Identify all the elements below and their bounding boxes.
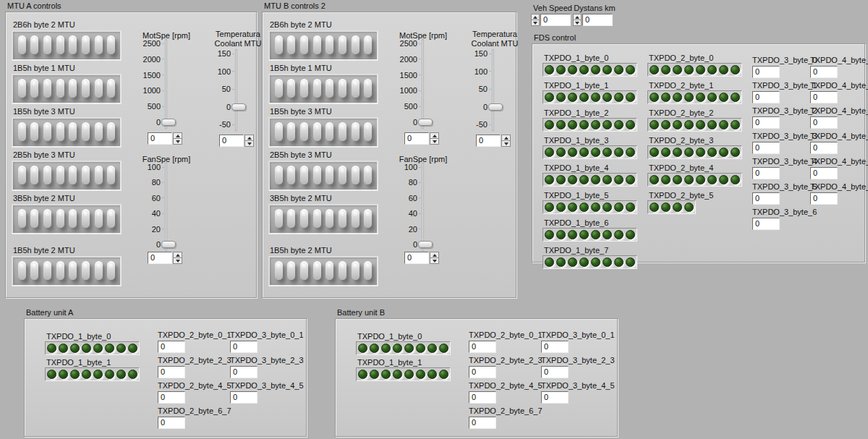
numeric-input[interactable]: 0 <box>469 366 496 378</box>
toggle-switch[interactable] <box>339 166 346 184</box>
slider-track[interactable] <box>422 39 424 129</box>
toggle-switch[interactable] <box>313 261 321 280</box>
toggle-switch[interactable] <box>69 261 77 280</box>
numeric-input[interactable]: 0 <box>469 417 496 429</box>
toggle-switch[interactable] <box>95 166 103 184</box>
toggle-switch[interactable] <box>56 79 64 98</box>
numeric-input[interactable]: 0 <box>404 252 429 264</box>
toggle-switch[interactable] <box>69 35 77 54</box>
toggle-switch[interactable] <box>364 79 372 98</box>
toggle-switch[interactable] <box>30 166 38 184</box>
numeric-input[interactable]: 0 <box>752 91 780 103</box>
numeric-input[interactable]: 0 <box>752 142 780 154</box>
slider-track[interactable] <box>165 39 167 129</box>
numeric-input[interactable]: 0 <box>476 135 501 147</box>
numeric-input[interactable]: 0 <box>219 135 244 147</box>
numeric-input[interactable]: 0 <box>158 366 185 378</box>
toggle-switch[interactable] <box>107 166 115 184</box>
toggle-switch[interactable] <box>352 261 359 280</box>
spinner-down-button[interactable] <box>573 20 582 26</box>
numeric-input[interactable]: 0 <box>158 341 185 353</box>
toggle-switch[interactable] <box>275 166 283 184</box>
numeric-input[interactable]: 0 <box>810 192 838 205</box>
toggle-switch[interactable] <box>326 122 333 141</box>
numeric-input[interactable]: 0 <box>230 366 258 378</box>
toggle-switch[interactable] <box>95 261 103 280</box>
toggle-switch[interactable] <box>43 79 51 98</box>
slider-knob[interactable] <box>231 103 246 111</box>
numeric-input[interactable]: 0 <box>582 14 613 26</box>
toggle-switch[interactable] <box>69 122 77 141</box>
toggle-switch[interactable] <box>313 122 321 141</box>
toggle-switch[interactable] <box>300 79 308 98</box>
spinner-down-button[interactable] <box>173 257 182 264</box>
toggle-switch[interactable] <box>18 79 26 98</box>
toggle-switch[interactable] <box>30 35 38 54</box>
toggle-switch[interactable] <box>43 209 51 228</box>
toggle-switch[interactable] <box>287 209 295 228</box>
spinner-down-button[interactable] <box>501 140 511 147</box>
toggle-switch[interactable] <box>82 35 90 54</box>
toggle-switch[interactable] <box>18 261 26 280</box>
toggle-switch[interactable] <box>18 122 26 141</box>
toggle-switch[interactable] <box>339 79 346 98</box>
slider-track[interactable] <box>235 49 237 131</box>
toggle-switch[interactable] <box>313 35 321 54</box>
spinner-down-button[interactable] <box>531 20 540 26</box>
toggle-switch[interactable] <box>95 122 103 141</box>
toggle-switch[interactable] <box>300 166 308 184</box>
toggle-switch[interactable] <box>352 35 359 54</box>
numeric-input[interactable]: 0 <box>541 366 569 378</box>
numeric-input[interactable]: 0 <box>469 391 496 404</box>
toggle-switch[interactable] <box>364 122 372 141</box>
toggle-switch[interactable] <box>69 209 77 228</box>
toggle-switch[interactable] <box>275 35 283 54</box>
toggle-switch[interactable] <box>82 261 90 280</box>
slider-knob[interactable] <box>161 241 176 248</box>
toggle-switch[interactable] <box>287 261 295 280</box>
numeric-input[interactable]: 0 <box>230 341 258 353</box>
toggle-switch[interactable] <box>43 122 51 141</box>
numeric-input[interactable]: 0 <box>752 167 780 179</box>
toggle-switch[interactable] <box>300 209 308 228</box>
toggle-switch[interactable] <box>339 261 346 280</box>
toggle-switch[interactable] <box>18 209 26 228</box>
numeric-input[interactable]: 0 <box>541 391 569 404</box>
toggle-switch[interactable] <box>287 166 295 184</box>
slider-knob[interactable] <box>418 241 433 248</box>
toggle-switch[interactable] <box>287 35 295 54</box>
numeric-input[interactable]: 0 <box>148 252 172 264</box>
slider-knob[interactable] <box>161 119 176 126</box>
numeric-input[interactable]: 0 <box>752 66 780 78</box>
toggle-switch[interactable] <box>313 209 321 228</box>
numeric-input[interactable]: 0 <box>752 218 780 230</box>
spinner-down-button[interactable] <box>244 140 254 147</box>
toggle-switch[interactable] <box>339 209 346 228</box>
toggle-switch[interactable] <box>56 166 64 184</box>
numeric-input[interactable]: 0 <box>810 66 838 78</box>
toggle-switch[interactable] <box>43 166 51 184</box>
toggle-switch[interactable] <box>352 122 359 141</box>
spinner-down-button[interactable] <box>430 138 439 145</box>
toggle-switch[interactable] <box>107 209 115 228</box>
toggle-switch[interactable] <box>56 122 64 141</box>
toggle-switch[interactable] <box>95 35 103 54</box>
toggle-switch[interactable] <box>107 261 115 280</box>
toggle-switch[interactable] <box>300 122 308 141</box>
toggle-switch[interactable] <box>30 209 38 228</box>
toggle-switch[interactable] <box>43 261 51 280</box>
slider-track[interactable] <box>492 49 494 131</box>
slider-knob[interactable] <box>418 119 433 126</box>
toggle-switch[interactable] <box>82 122 90 141</box>
numeric-input[interactable]: 0 <box>541 341 569 353</box>
numeric-input[interactable]: 0 <box>810 116 838 129</box>
spinner-down-button[interactable] <box>173 138 182 145</box>
toggle-switch[interactable] <box>56 261 64 280</box>
toggle-switch[interactable] <box>364 35 372 54</box>
toggle-switch[interactable] <box>339 122 346 141</box>
numeric-input[interactable]: 0 <box>158 417 185 429</box>
toggle-switch[interactable] <box>107 122 115 141</box>
numeric-input[interactable]: 0 <box>810 91 838 103</box>
toggle-switch[interactable] <box>313 79 321 98</box>
numeric-input[interactable]: 0 <box>540 14 571 26</box>
